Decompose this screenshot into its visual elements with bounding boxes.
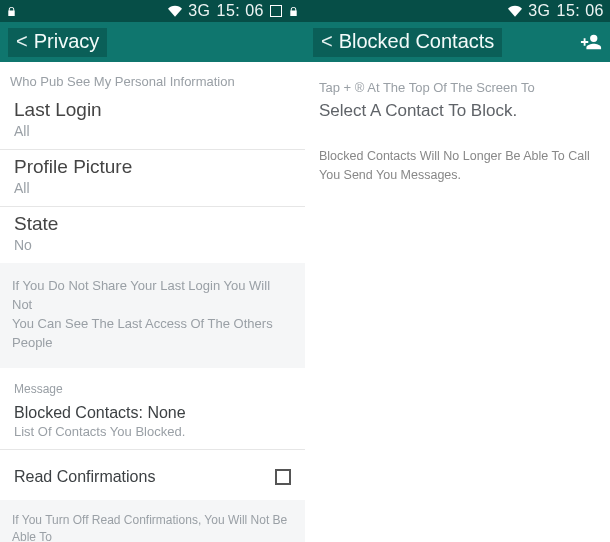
- appbar-title: Privacy: [34, 30, 100, 53]
- back-button[interactable]: <: [321, 30, 333, 53]
- appbar-title-pill: < Blocked Contacts: [313, 28, 502, 57]
- appbar-title-pill: < Privacy: [8, 28, 107, 57]
- status-network: 3G: [528, 2, 550, 20]
- right-panel: 3G 15: 06 < Blocked Contacts Tap + ® At …: [305, 0, 610, 542]
- lock-icon: [6, 6, 17, 17]
- status-time: 15: 06: [557, 2, 604, 20]
- setting-profile-picture[interactable]: Profile Picture All: [0, 150, 305, 206]
- note-line: People: [12, 334, 293, 353]
- appbar-title: Blocked Contacts: [339, 30, 495, 53]
- item-title: Profile Picture: [14, 156, 291, 178]
- blocked-body: Tap + ® At The Top Of The Screen To Sele…: [305, 62, 610, 195]
- instruction-line: Select A Contact To Block.: [319, 101, 596, 121]
- blocked-sub: List Of Contacts You Blocked.: [14, 424, 291, 439]
- note-line: If You Do Not Share Your Last Login You …: [12, 277, 293, 315]
- message-label: Message: [0, 368, 305, 400]
- back-button[interactable]: <: [16, 30, 28, 53]
- note-block: If You Do Not Share Your Last Login You …: [0, 263, 305, 368]
- blocked-contacts-row[interactable]: Blocked Contacts: None List Of Contacts …: [0, 400, 305, 439]
- item-title: Last Login: [14, 99, 291, 121]
- wifi-icon: [508, 4, 522, 18]
- read-confirmations-checkbox[interactable]: [275, 469, 291, 485]
- status-bar: 3G 15: 06: [305, 0, 610, 22]
- status-network: 3G: [188, 2, 210, 20]
- setting-last-login[interactable]: Last Login All: [0, 93, 305, 149]
- item-title: State: [14, 213, 291, 235]
- privacy-scroll[interactable]: Who Pub See My Personal Information Last…: [0, 62, 305, 542]
- blocked-title: Blocked Contacts: None: [14, 404, 291, 422]
- info-line: Blocked Contacts Will No Longer Be Able …: [319, 147, 596, 185]
- item-value: All: [14, 123, 291, 139]
- square-icon: [270, 5, 282, 17]
- read-confirmations-title: Read Confirmations: [14, 468, 155, 486]
- section-header: Who Pub See My Personal Information: [0, 62, 305, 93]
- footer-note: If You Turn Off Read Confirmations, You …: [0, 500, 305, 542]
- wifi-icon: [168, 4, 182, 18]
- note-line: You Can See The Last Access Of The Other…: [12, 315, 293, 334]
- item-value: No: [14, 237, 291, 253]
- app-bar: < Privacy: [0, 22, 305, 62]
- item-value: All: [14, 180, 291, 196]
- status-bar: 3G 15: 06: [0, 0, 305, 22]
- setting-state[interactable]: State No: [0, 207, 305, 263]
- read-confirmations-row[interactable]: Read Confirmations: [0, 450, 305, 500]
- status-time: 15: 06: [217, 2, 264, 20]
- lock-icon: [288, 6, 299, 17]
- add-person-icon[interactable]: [580, 31, 602, 53]
- instruction-line: Tap + ® At The Top Of The Screen To: [319, 80, 596, 95]
- app-bar: < Blocked Contacts: [305, 22, 610, 62]
- left-panel: 3G 15: 06 < Privacy Who Pub See My Perso…: [0, 0, 305, 542]
